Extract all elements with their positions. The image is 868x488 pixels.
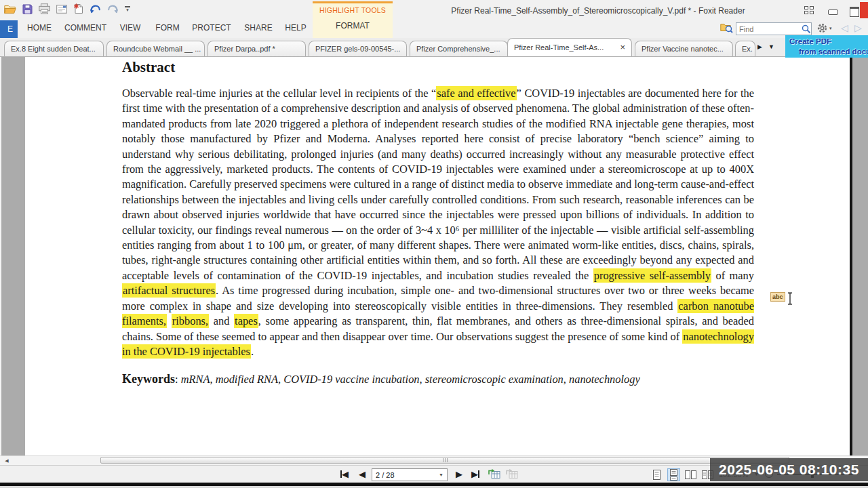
timestamp-overlay: 2025-06-05 08:10:35 bbox=[710, 458, 868, 481]
find-input[interactable] bbox=[736, 22, 812, 35]
ibeam-cursor-icon bbox=[787, 292, 793, 305]
menu-home[interactable]: HOME bbox=[27, 23, 52, 33]
abstract-paragraph: Observable real-time injuries at the cel… bbox=[122, 86, 754, 359]
page-right-edge bbox=[850, 57, 852, 455]
keywords-label: Keywords bbox=[122, 372, 175, 386]
keywords-line: Keywords: mRNA, modified RNA, COVID-19 v… bbox=[122, 372, 754, 386]
keywords-text: mRNA, modified RNA, COVID-19 vaccine inc… bbox=[181, 373, 640, 386]
highlighted-text: safe and effective bbox=[436, 86, 516, 100]
chevron-down-icon: ▾ bbox=[829, 26, 832, 31]
restore-button[interactable] bbox=[850, 7, 859, 17]
page-number-field[interactable]: 2 / 28 ▼ bbox=[372, 468, 448, 481]
menu-help[interactable]: HELP bbox=[285, 23, 306, 33]
create-pdf-line1: Create PDF bbox=[789, 37, 868, 47]
search-folder-icon[interactable] bbox=[720, 22, 733, 33]
file-tab[interactable]: E bbox=[0, 20, 18, 38]
left-edge-sliver bbox=[0, 57, 1, 455]
tab-label: Ex. bbox=[742, 45, 753, 53]
single-page-view-icon[interactable] bbox=[650, 468, 663, 481]
email-icon[interactable] bbox=[56, 5, 67, 14]
next-page-button[interactable]: ▶ bbox=[456, 469, 462, 479]
highlight-tools-label: HIGHLIGHT TOOLS bbox=[313, 6, 393, 14]
tab-label: Pfizer Real-Time_Self-As... bbox=[514, 43, 604, 52]
facing-view-icon[interactable] bbox=[684, 468, 697, 481]
gear-icon bbox=[817, 23, 827, 33]
quick-access-toolbar: ▾ bbox=[4, 3, 130, 14]
redo-icon[interactable] bbox=[107, 4, 119, 14]
undo-icon[interactable] bbox=[90, 4, 101, 14]
highlighted-text: ribbons, bbox=[172, 314, 209, 328]
doc-tab-active[interactable]: Pfizer Real-Time_Self-As... × bbox=[507, 38, 632, 56]
doc-tab-3[interactable]: Pfizer Darpa..pdf * bbox=[208, 41, 306, 56]
last-page-button[interactable]: ▶ bbox=[471, 469, 479, 479]
tab-label: Pfizer Vaccine nanotec... bbox=[642, 45, 724, 53]
previous-page-button[interactable]: ◀ bbox=[359, 469, 366, 479]
abstract-heading: Abstract bbox=[122, 59, 754, 76]
page-content: Abstract Observable real-time injuries a… bbox=[122, 59, 754, 386]
tab-label: Roundcube Webmail __ ... bbox=[113, 45, 201, 53]
minimize-button[interactable] bbox=[828, 9, 838, 15]
document-view: Abstract Observable real-time injuries a… bbox=[0, 57, 868, 455]
menu-share[interactable]: SHARE bbox=[244, 23, 272, 33]
highlighted-text: progressive self-assembly bbox=[593, 268, 711, 283]
print-icon[interactable] bbox=[39, 3, 50, 14]
customize-toolbar-icon[interactable]: ▾ bbox=[125, 6, 130, 12]
highlight-tools-group: HIGHLIGHT TOOLS FORMAT bbox=[313, 1, 393, 38]
tab-label: Pfizer Darpa..pdf * bbox=[214, 45, 275, 53]
menu-comment[interactable]: COMMENT bbox=[64, 23, 106, 33]
search-icon[interactable] bbox=[802, 24, 811, 34]
doc-tab-8[interactable]: Ex. bbox=[735, 41, 755, 56]
previous-view-icon[interactable] bbox=[488, 468, 500, 479]
settings-control[interactable]: ▾ bbox=[817, 23, 832, 33]
save-icon[interactable] bbox=[22, 4, 33, 14]
menu-protect[interactable]: PROTECT bbox=[192, 23, 231, 33]
chevron-down-icon[interactable]: ▼ bbox=[439, 472, 443, 477]
highlighted-text: artifactual structures bbox=[122, 283, 216, 298]
document-tab-bar: Ex.8 Eight sudden Deat... Roundcube Webm… bbox=[0, 38, 868, 57]
scrollbar-thumb[interactable] bbox=[100, 457, 789, 464]
first-page-button[interactable]: ◀ bbox=[340, 469, 349, 479]
pdf-page[interactable]: Abstract Observable real-time injuries a… bbox=[25, 57, 850, 455]
scroll-left-icon[interactable]: ◀ bbox=[2, 458, 12, 464]
next-view-icon[interactable] bbox=[506, 468, 518, 479]
doc-tab-4[interactable]: PFIZER gels-09-00545-... bbox=[309, 41, 407, 56]
close-button[interactable] bbox=[860, 2, 868, 18]
tab-label: Pfizer Comprehensive_... bbox=[416, 45, 500, 53]
new-document-icon[interactable] bbox=[73, 3, 83, 14]
doc-tab-7[interactable]: Pfizer Vaccine nanotec... bbox=[635, 41, 733, 56]
layout-grid-icon[interactable] bbox=[804, 6, 814, 14]
highlighted-text: tapes bbox=[234, 314, 258, 328]
tab-list-icon[interactable]: ▼ bbox=[768, 43, 774, 50]
text-select-cursor: abc bbox=[770, 292, 793, 305]
doc-tab-1[interactable]: Ex.8 Eight sudden Deat... bbox=[4, 41, 104, 56]
doc-tab-2[interactable]: Roundcube Webmail __ ... bbox=[106, 41, 205, 56]
foxit-reader-window: ▾ Pfizer Real-Time_Self-Assembly_of_Ster… bbox=[0, 0, 868, 488]
open-file-icon[interactable] bbox=[4, 4, 16, 14]
tab-close-icon[interactable]: × bbox=[620, 44, 625, 51]
tab-scroll-right-icon[interactable]: ▶ bbox=[757, 43, 762, 50]
page-number-value: 2 / 28 bbox=[376, 471, 395, 479]
find-previous-icon[interactable]: ◁ bbox=[841, 22, 848, 33]
chevron-down-icon: ▾ bbox=[126, 8, 129, 12]
tab-label: PFIZER gels-09-00545-... bbox=[315, 45, 400, 53]
abc-cursor-hint: abc bbox=[770, 292, 785, 302]
window-title: Pfizer Real-Time_Self-Assembly_of_Stereo… bbox=[451, 6, 745, 16]
tab-label: Ex.8 Eight sudden Deat... bbox=[11, 45, 96, 53]
create-pdf-tooltip[interactable]: Create PDF from scanned docum bbox=[785, 35, 868, 58]
menu-view[interactable]: VIEW bbox=[120, 23, 141, 33]
menu-form[interactable]: FORM bbox=[155, 23, 179, 33]
create-pdf-line2: from scanned docum bbox=[789, 47, 868, 57]
title-bar: ▾ Pfizer Real-Time_Self-Assembly_of_Ster… bbox=[0, 0, 868, 20]
continuous-view-icon[interactable] bbox=[667, 468, 680, 481]
doc-tab-5[interactable]: Pfizer Comprehensive_... bbox=[410, 41, 508, 56]
find-next-icon[interactable]: ▷ bbox=[854, 22, 862, 33]
tab-format[interactable]: FORMAT bbox=[313, 21, 393, 30]
